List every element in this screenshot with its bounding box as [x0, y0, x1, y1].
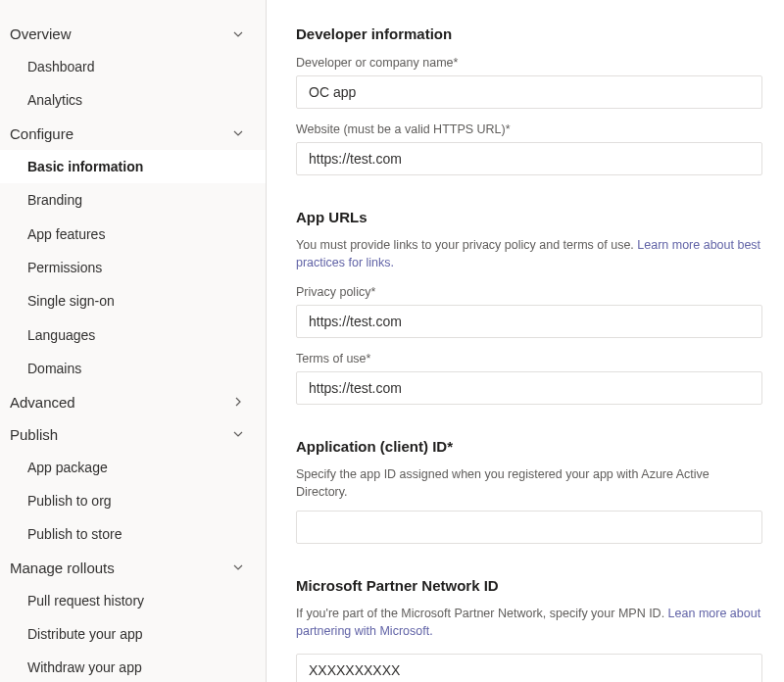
- mpn-id-section: Microsoft Partner Network ID If you're p…: [296, 577, 762, 682]
- sidebar-item-branding[interactable]: Branding: [0, 183, 266, 217]
- nav-section-label: Manage rollouts: [10, 560, 115, 576]
- sidebar-item-app-features[interactable]: App features: [0, 218, 266, 251]
- sidebar-item-withdraw-your-app[interactable]: Withdraw your app: [0, 651, 266, 682]
- sidebar: Overview Dashboard Analytics Configure B…: [0, 0, 267, 682]
- nav-section-label: Publish: [10, 426, 58, 443]
- application-client-id-heading: Application (client) ID*: [296, 438, 762, 455]
- privacy-policy-label: Privacy policy*: [296, 285, 762, 299]
- chevron-down-icon: [232, 428, 244, 440]
- app-urls-heading: App URLs: [296, 209, 762, 225]
- sidebar-item-domains[interactable]: Domains: [0, 352, 266, 385]
- sidebar-item-pull-request-history[interactable]: Pull request history: [0, 584, 266, 617]
- website-label: Website (must be a valid HTTPS URL)*: [296, 122, 762, 136]
- main-content: Developer information Developer or compa…: [267, 0, 784, 682]
- chevron-down-icon: [232, 28, 244, 40]
- sidebar-item-single-sign-on[interactable]: Single sign-on: [0, 284, 266, 317]
- mpn-id-heading: Microsoft Partner Network ID: [296, 577, 762, 594]
- privacy-policy-input[interactable]: [296, 305, 762, 338]
- mpn-id-desc-text: If you're part of the Microsoft Partner …: [296, 607, 668, 620]
- developer-name-input[interactable]: [296, 75, 762, 109]
- nav-section-configure[interactable]: Configure: [0, 118, 266, 150]
- terms-of-use-input[interactable]: [296, 371, 762, 405]
- chevron-right-icon: [232, 396, 244, 408]
- app-urls-desc-text: You must provide links to your privacy p…: [296, 238, 637, 252]
- nav-section-overview[interactable]: Overview: [0, 18, 266, 50]
- chevron-down-icon: [232, 561, 244, 573]
- nav-section-label: Configure: [10, 125, 74, 142]
- nav-section-label: Advanced: [10, 394, 75, 411]
- sidebar-item-publish-to-store[interactable]: Publish to store: [0, 517, 266, 551]
- terms-of-use-label: Terms of use*: [296, 352, 762, 365]
- app-urls-description: You must provide links to your privacy p…: [296, 237, 762, 271]
- developer-information-heading: Developer information: [296, 25, 762, 42]
- developer-name-label: Developer or company name*: [296, 56, 762, 70]
- sidebar-item-app-package[interactable]: App package: [0, 451, 266, 484]
- nav-section-label: Overview: [10, 25, 72, 42]
- application-client-id-section: Application (client) ID* Specify the app…: [296, 438, 762, 544]
- website-input[interactable]: [296, 142, 762, 175]
- sidebar-item-dashboard[interactable]: Dashboard: [0, 50, 266, 83]
- sidebar-item-distribute-your-app[interactable]: Distribute your app: [0, 617, 266, 651]
- sidebar-item-permissions[interactable]: Permissions: [0, 251, 266, 284]
- sidebar-item-publish-to-org[interactable]: Publish to org: [0, 484, 266, 517]
- app-urls-section: App URLs You must provide links to your …: [296, 209, 762, 405]
- application-client-id-input[interactable]: [296, 511, 762, 544]
- sidebar-item-analytics[interactable]: Analytics: [0, 83, 266, 117]
- nav-section-advanced[interactable]: Advanced: [0, 386, 266, 418]
- developer-information-section: Developer information Developer or compa…: [296, 25, 762, 175]
- sidebar-item-basic-information[interactable]: Basic information: [0, 150, 266, 183]
- mpn-id-input[interactable]: [296, 654, 762, 682]
- sidebar-item-languages[interactable]: Languages: [0, 318, 266, 352]
- application-client-id-description: Specify the app ID assigned when you reg…: [296, 466, 762, 501]
- nav-section-manage-rollouts[interactable]: Manage rollouts: [0, 552, 266, 584]
- mpn-id-description: If you're part of the Microsoft Partner …: [296, 606, 762, 640]
- chevron-down-icon: [232, 127, 244, 139]
- nav-section-publish[interactable]: Publish: [0, 418, 266, 451]
